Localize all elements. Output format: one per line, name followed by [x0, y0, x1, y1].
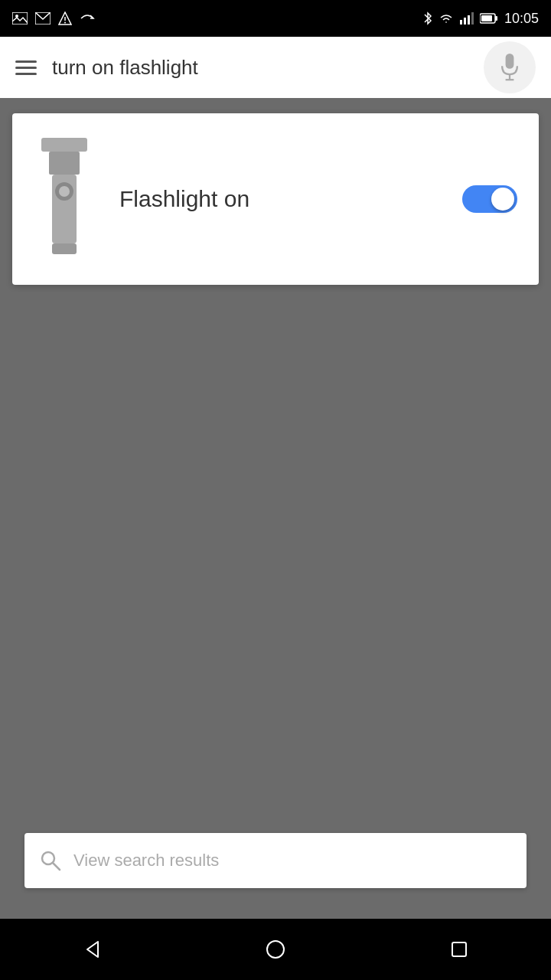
svg-rect-9: [471, 12, 474, 24]
svg-point-25: [267, 941, 284, 958]
bottom-search-bar[interactable]: View search results: [24, 833, 527, 888]
search-query-text: turn on flashlight: [52, 56, 468, 80]
missed-call-icon: [80, 12, 95, 24]
search-icon: [40, 850, 61, 871]
search-results-placeholder: View search results: [73, 851, 219, 871]
flashlight-toggle[interactable]: [462, 185, 517, 213]
status-bar: 10:05: [0, 0, 551, 37]
svg-marker-24: [87, 942, 98, 957]
svg-rect-0: [12, 12, 28, 24]
warning-icon: [58, 11, 72, 25]
svg-rect-6: [460, 20, 462, 24]
menu-icon[interactable]: [15, 60, 37, 75]
svg-rect-16: [41, 138, 87, 152]
flashlight-card: Flashlight on: [12, 113, 539, 285]
flashlight-label: Flashlight on: [119, 186, 438, 212]
svg-point-5: [64, 22, 66, 24]
recent-button[interactable]: [429, 926, 490, 972]
svg-rect-21: [52, 243, 77, 254]
signal-icon: [460, 12, 474, 24]
svg-line-23: [53, 863, 60, 870]
wifi-icon: [439, 12, 454, 24]
home-button[interactable]: [245, 926, 306, 972]
flashlight-icon: [34, 138, 95, 260]
svg-rect-13: [506, 54, 514, 69]
battery-icon: [480, 13, 498, 24]
svg-rect-17: [49, 152, 80, 175]
back-button[interactable]: [61, 926, 122, 972]
flashlight-icon-wrap: [34, 138, 95, 260]
mic-button[interactable]: [484, 41, 536, 93]
svg-rect-11: [495, 16, 497, 21]
svg-point-20: [59, 186, 70, 197]
home-icon: [265, 939, 286, 960]
svg-rect-8: [468, 15, 470, 24]
search-bar: turn on flashlight: [0, 37, 551, 98]
image-icon: [12, 12, 28, 24]
svg-rect-26: [452, 942, 466, 956]
recent-icon: [448, 939, 470, 960]
status-time: 10:05: [504, 11, 539, 27]
mail-icon: [35, 12, 51, 24]
back-icon: [81, 939, 103, 960]
svg-rect-12: [481, 15, 492, 21]
content-area: Flashlight on View search results: [0, 98, 551, 919]
svg-rect-7: [464, 18, 466, 24]
status-bar-right: 10:05: [423, 11, 539, 27]
nav-bar: [0, 919, 551, 980]
mic-icon: [498, 54, 521, 81]
status-bar-left: [12, 11, 95, 25]
bluetooth-icon: [423, 11, 432, 25]
